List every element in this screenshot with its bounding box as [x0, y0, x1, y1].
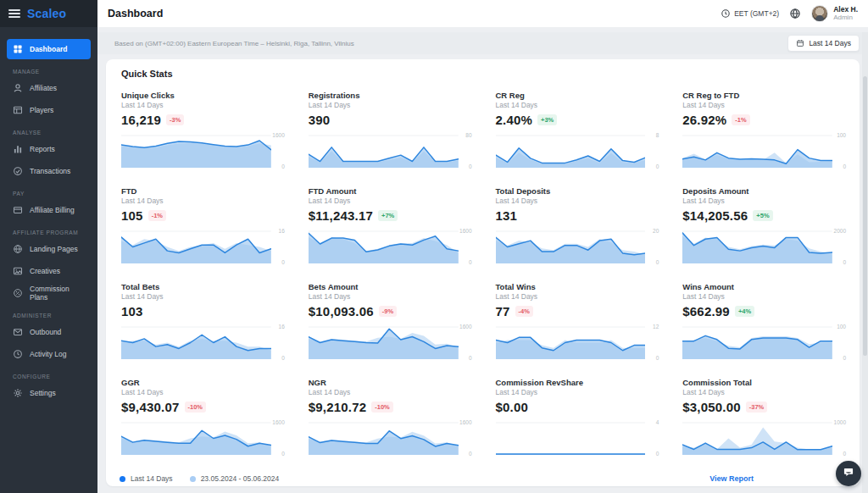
- sparkline-plot[interactable]: [682, 134, 832, 168]
- sidebar-item-settings[interactable]: Settings: [7, 383, 91, 403]
- sidebar-item-label: Activity Log: [30, 350, 66, 358]
- sparkline-plot[interactable]: [309, 421, 459, 455]
- axis-max-label: 12: [653, 324, 659, 330]
- sidebar-item-activity-log[interactable]: Activity Log: [7, 344, 91, 364]
- language-button[interactable]: [789, 8, 801, 19]
- stat-card-value: 131: [496, 208, 518, 223]
- sidebar-item-label: Landing Pages: [30, 245, 78, 253]
- sidebar-item-label: Commission Plans: [30, 285, 85, 302]
- sparkline-plot[interactable]: [309, 230, 459, 263]
- sidebar-item-affiliate-billing[interactable]: Affiliate Billing: [7, 200, 91, 220]
- globe-icon: [789, 8, 801, 19]
- sidebar-item-landing-pages[interactable]: Landing Pages: [7, 239, 91, 259]
- change-badge: -4%: [515, 306, 533, 317]
- sparkline-plot[interactable]: [121, 230, 271, 263]
- chart-axis: 1000: [832, 134, 846, 168]
- chart-legend: Last 14 Days 23.05.2024 - 05.06.2024 Vie…: [120, 474, 754, 483]
- sparkline-plot[interactable]: [496, 325, 646, 359]
- axis-max-label: 1600: [459, 324, 471, 330]
- sidebar-item-label: Dashboard: [30, 45, 67, 53]
- reports-icon: [13, 144, 23, 154]
- top-header: Dashboard EET (GMT+2) Alex H. Admin: [97, 0, 868, 27]
- stat-card-value: $3,050.00: [682, 400, 741, 414]
- sidebar-item-label: Affiliate Billing: [30, 206, 75, 214]
- sidebar-item-commission-plans[interactable]: Commission Plans: [7, 283, 91, 303]
- scrollbar-thumb[interactable]: [863, 76, 867, 356]
- app-logo[interactable]: Scaleo: [27, 7, 66, 20]
- sparkline-plot[interactable]: [682, 230, 832, 263]
- transactions-icon: [13, 166, 23, 176]
- stat-card-period: Last 14 Days: [682, 101, 846, 109]
- stat-card-registrations: RegistrationsLast 14 Days390800: [309, 91, 472, 168]
- sidebar-item-reports[interactable]: Reports: [7, 139, 91, 159]
- sparkline-chart: 16000: [121, 134, 285, 168]
- sidebar-item-outbound[interactable]: Outbound: [7, 322, 91, 342]
- sparkline-plot[interactable]: [682, 421, 832, 455]
- sparkline-chart: 16000: [309, 421, 472, 455]
- sparkline-plot[interactable]: [121, 421, 271, 455]
- stat-card-value: $10,093.06: [309, 304, 374, 319]
- view-report-link[interactable]: View Report: [709, 474, 754, 483]
- sparkline-plot[interactable]: [496, 230, 646, 263]
- change-badge: +4%: [735, 306, 754, 317]
- date-range-button[interactable]: Last 14 Days: [787, 35, 860, 52]
- stat-card-value-row: $662.99+4%: [682, 303, 846, 319]
- sparkline-plot[interactable]: [309, 325, 459, 359]
- change-badge: -1%: [732, 114, 749, 125]
- axis-zero-label: 0: [281, 355, 285, 361]
- stat-card-cr-reg-to-ftd: CR Reg to FTDLast 14 Days26.92%-1%1000: [682, 91, 846, 168]
- stat-card-value: 77: [496, 304, 510, 319]
- sparkline-plot[interactable]: [309, 134, 459, 168]
- stat-card-value: $9,430.07: [121, 400, 180, 414]
- chart-axis: 16000: [459, 325, 472, 359]
- sparkline-chart: 120: [496, 325, 659, 359]
- stat-card-title: Bets Amount: [309, 282, 472, 291]
- sidebar-item-transactions[interactable]: Transactions: [7, 161, 91, 181]
- menu-icon[interactable]: [8, 9, 20, 18]
- stat-card-title: Total Deposits: [496, 186, 659, 196]
- sparkline-chart: 800: [309, 134, 472, 168]
- stat-card-period: Last 14 Days: [496, 292, 659, 301]
- axis-zero-label: 0: [469, 259, 472, 265]
- chat-button[interactable]: [836, 461, 861, 486]
- sidebar-item-dashboard[interactable]: Dashboard: [7, 39, 91, 59]
- axis-max-label: 16: [279, 324, 285, 330]
- legend-previous-period[interactable]: 23.05.2024 - 05.06.2024: [190, 474, 280, 483]
- sparkline-plot[interactable]: [121, 325, 271, 359]
- stat-card-period: Last 14 Days: [121, 197, 285, 205]
- image-icon: [13, 266, 23, 276]
- sidebar-item-label: Reports: [30, 145, 55, 153]
- stat-card-title: FTD Amount: [309, 186, 472, 196]
- stats-grid: Unique ClicksLast 14 Days16,219-3%16000R…: [121, 91, 846, 455]
- stat-card-value-row: $9,430.07-10%: [121, 399, 285, 414]
- stat-card-unique-clicks: Unique ClicksLast 14 Days16,219-3%16000: [121, 91, 285, 168]
- legend-current-period[interactable]: Last 14 Days: [120, 474, 173, 483]
- scrollbar[interactable]: [862, 32, 868, 493]
- axis-zero-label: 0: [469, 163, 472, 169]
- sparkline-plot[interactable]: [682, 325, 832, 359]
- sparkline-plot[interactable]: [496, 134, 646, 168]
- timezone-selector[interactable]: EET (GMT+2): [721, 8, 779, 19]
- stat-card-period: Last 14 Days: [682, 197, 846, 205]
- legend-previous-label: 23.05.2024 - 05.06.2024: [201, 474, 280, 483]
- sparkline-plot[interactable]: [121, 134, 271, 168]
- sidebar-item-players[interactable]: Players: [7, 100, 91, 120]
- credit-card-icon: [13, 205, 23, 215]
- axis-zero-label: 0: [843, 355, 846, 361]
- stat-card-value: $0.00: [496, 400, 529, 414]
- stat-card-period: Last 14 Days: [309, 101, 472, 109]
- dashboard-icon: [13, 44, 23, 54]
- chat-bubble-icon: [843, 466, 854, 481]
- axis-max-label: 1600: [272, 132, 284, 138]
- sparkline-plot[interactable]: [496, 421, 646, 455]
- history-icon: [13, 349, 23, 359]
- stat-card-value-row: 390: [309, 112, 472, 127]
- chart-axis: 16000: [459, 421, 472, 455]
- change-badge: +7%: [378, 210, 398, 221]
- user-menu[interactable]: Alex H. Admin: [811, 5, 858, 22]
- panel-title: Quick Stats: [121, 69, 846, 79]
- chart-axis: 80: [645, 134, 659, 168]
- axis-zero-label: 0: [656, 355, 659, 361]
- sidebar-item-affiliates[interactable]: Affiliates: [7, 78, 91, 98]
- sidebar-item-creatives[interactable]: Creatives: [7, 261, 91, 281]
